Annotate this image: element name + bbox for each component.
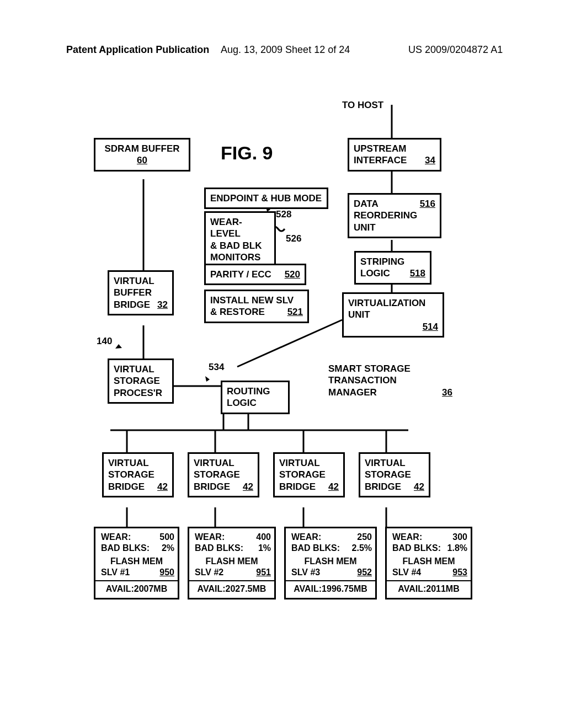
ref-528: 528	[276, 208, 291, 220]
parity-ecc-block: PARITY / ECC 520	[204, 264, 306, 285]
wear-mon-l3: MONITORS	[210, 251, 270, 263]
figure-title: FIG. 9	[221, 142, 273, 164]
parity-label: PARITY / ECC	[210, 269, 271, 280]
vsb1-l3: BRIDGE	[108, 481, 145, 493]
vsp-l1: VIRTUAL	[114, 363, 168, 375]
slv1-wear-v: 500	[159, 532, 174, 543]
slv2-bb-l: BAD BLKS:	[195, 543, 243, 554]
install-l1: INSTALL NEW SLV	[210, 295, 303, 306]
ref-140: 140	[97, 335, 112, 347]
ref-534: 534	[209, 361, 224, 373]
page-root: Patent Application Publication Aug. 13, …	[0, 0, 565, 728]
upstream-ref: 34	[425, 154, 435, 166]
wear-mon-l1: WEAR-LEVEL	[210, 216, 270, 240]
vbb-l1: VIRTUAL	[114, 275, 168, 287]
slv1-ref: 950	[159, 567, 174, 578]
sdram-buffer-ref: 60	[100, 154, 184, 166]
striping-l1: STRIPING	[360, 256, 425, 267]
slv2-name2: SLV #2	[195, 567, 223, 578]
install-l2: & RESTORE	[210, 306, 265, 318]
vsb4-l1: VIRTUAL	[365, 457, 424, 469]
vsb1-l2: STORAGE	[108, 469, 168, 480]
slv4-wear-l: WEAR:	[392, 532, 422, 543]
routing-l1: ROUTING	[227, 386, 284, 397]
virt-ref: 514	[348, 321, 438, 333]
vsb4-ref: 42	[414, 481, 424, 493]
slv3-wear-v: 250	[357, 532, 372, 543]
vsp-l3: PROCES'R	[114, 387, 168, 399]
diagram-canvas: TO HOST FIG. 9 SDRAM BUFFER 60 UPSTREAM …	[77, 99, 486, 618]
striping-l2: LOGIC	[360, 267, 390, 279]
publication-date-sheet: Aug. 13, 2009 Sheet 12 of 24	[221, 44, 350, 56]
flash-slave-2: WEAR:400 BAD BLKS:1% FLASH MEM SLV #2951…	[188, 527, 276, 599]
slv1-name2: SLV #1	[101, 567, 130, 578]
upstream-l1: UPSTREAM	[354, 143, 435, 154]
data-reorder-l2: REORDERING	[354, 210, 435, 221]
vsb3-l2: STORAGE	[279, 469, 339, 480]
vbb-l3: BRIDGE	[114, 299, 150, 311]
slv1-name1: FLASH MEM	[100, 556, 173, 567]
routing-l2: LOGIC	[227, 397, 284, 409]
parity-ref: 520	[285, 269, 300, 280]
slv4-ref: 953	[452, 567, 467, 578]
slv2-bb-v: 1%	[258, 543, 271, 554]
virt-l2: UNIT	[348, 309, 438, 320]
vbb-l2: BUFFER	[114, 287, 168, 298]
slv3-ref: 952	[357, 567, 372, 578]
vbb-ref: 32	[157, 299, 168, 311]
sdram-buffer-label: SDRAM BUFFER	[100, 143, 184, 154]
vsb1-l1: VIRTUAL	[108, 457, 168, 469]
vsb2-l2: STORAGE	[194, 469, 253, 480]
virtual-storage-bridge-3: VIRTUAL STORAGE BRIDGE42	[273, 452, 345, 497]
publication-number: US 2009/0204872 A1	[408, 44, 503, 56]
slv4-name2: SLV #4	[392, 567, 421, 578]
slv2-name1: FLASH MEM	[194, 556, 270, 567]
sstm-l2: TRANSACTION	[328, 374, 452, 386]
vsb1-ref: 42	[157, 481, 168, 493]
slv4-avail: AVAIL:2011MB	[387, 580, 471, 595]
vsb2-l1: VIRTUAL	[194, 457, 253, 469]
flash-slave-4: WEAR:300 BAD BLKS:1.8% FLASH MEM SLV #49…	[385, 527, 472, 599]
striping-logic-block: STRIPING LOGIC 518	[354, 251, 431, 285]
install-restore-block: INSTALL NEW SLV & RESTORE 521	[204, 290, 309, 323]
wear-mon-l2: & BAD BLK	[210, 240, 270, 251]
vsp-l2: STORAGE	[114, 375, 168, 387]
slv3-avail: AVAIL:1996.75MB	[286, 580, 375, 595]
slv2-ref: 951	[256, 567, 271, 578]
vsb3-l3: BRIDGE	[279, 481, 316, 493]
sstm-ref: 36	[442, 387, 452, 398]
data-reorder-l1: DATA	[354, 198, 379, 210]
slv2-wear-v: 400	[256, 532, 271, 543]
vsb3-ref: 42	[328, 481, 339, 493]
virtual-storage-processor-block: VIRTUAL STORAGE PROCES'R	[108, 358, 174, 404]
virtualization-unit-block: VIRTUALIZATION UNIT 514	[342, 292, 444, 338]
slv3-bb-v: 2.5%	[352, 543, 372, 554]
wear-monitors-block: WEAR-LEVEL & BAD BLK MONITORS	[204, 211, 276, 268]
vsb3-l1: VIRTUAL	[279, 457, 339, 469]
to-host-label: TO HOST	[342, 99, 383, 111]
slv3-wear-l: WEAR:	[291, 532, 321, 543]
striping-ref: 518	[410, 267, 425, 279]
virtual-buffer-bridge-block: VIRTUAL BUFFER BRIDGE 32	[108, 270, 174, 315]
upstream-l2: INTERFACE	[354, 154, 407, 166]
virtual-storage-bridge-1: VIRTUAL STORAGE BRIDGE42	[102, 452, 174, 497]
ref-526: 526	[286, 233, 301, 244]
svg-line-4	[237, 320, 342, 367]
endpoint-hub-mode-block: ENDPOINT & HUB MODE	[204, 188, 328, 209]
endpoint-label: ENDPOINT & HUB MODE	[210, 193, 322, 204]
virt-l1: VIRTUALIZATION	[348, 297, 438, 309]
data-reordering-block: DATA 516 REORDERING UNIT	[348, 193, 441, 238]
slv2-avail: AVAIL:2027.5MB	[189, 580, 274, 595]
smart-storage-manager-block: SMART STORAGE TRANSACTION MANAGER 36	[328, 363, 452, 398]
install-ref: 521	[287, 306, 303, 318]
sstm-l1: SMART STORAGE	[328, 363, 452, 374]
slv1-wear-l: WEAR:	[101, 532, 131, 543]
data-reorder-l3: UNIT	[354, 222, 435, 233]
slv1-bb-l: BAD BLKS:	[101, 543, 150, 554]
slv4-bb-v: 1.8%	[447, 543, 467, 554]
flash-slave-3: WEAR:250 BAD BLKS:2.5% FLASH MEM SLV #39…	[284, 527, 377, 599]
flash-slave-1: WEAR:500 BAD BLKS:2% FLASH MEM SLV #1950…	[94, 527, 179, 599]
slv3-name1: FLASH MEM	[290, 556, 371, 567]
data-reorder-ref: 516	[420, 198, 435, 210]
virtual-storage-bridge-2: VIRTUAL STORAGE BRIDGE42	[188, 452, 259, 497]
